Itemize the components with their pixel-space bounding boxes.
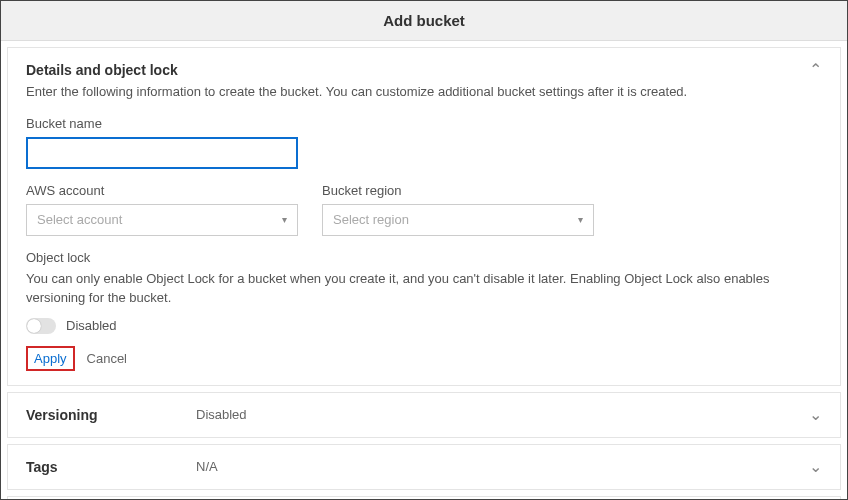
encryption-panel[interactable]: Encryption Disabled ⌄ — [7, 496, 841, 501]
apply-button[interactable]: Apply — [26, 346, 75, 371]
aws-account-label: AWS account — [26, 183, 298, 198]
tags-value: N/A — [196, 459, 809, 474]
versioning-title: Versioning — [26, 407, 196, 423]
object-lock-toggle[interactable] — [26, 318, 56, 334]
aws-account-placeholder: Select account — [37, 212, 122, 227]
bucket-name-input[interactable] — [26, 137, 298, 169]
chevron-down-icon: ⌄ — [809, 459, 822, 475]
aws-account-select[interactable]: Select account ▾ — [26, 204, 298, 236]
bucket-region-placeholder: Select region — [333, 212, 409, 227]
chevron-down-icon: ▾ — [282, 214, 287, 225]
tags-title: Tags — [26, 459, 196, 475]
details-subtitle: Enter the following information to creat… — [26, 82, 687, 102]
tags-panel[interactable]: Tags N/A ⌄ — [7, 444, 841, 490]
object-lock-title: Object lock — [26, 250, 822, 265]
chevron-up-icon[interactable]: ⌃ — [809, 62, 822, 78]
dialog-title: Add bucket — [383, 12, 465, 29]
details-panel: Details and object lock Enter the follow… — [7, 47, 841, 386]
toggle-knob — [27, 319, 41, 333]
versioning-panel[interactable]: Versioning Disabled ⌄ — [7, 392, 841, 438]
bucket-region-label: Bucket region — [322, 183, 594, 198]
object-lock-description: You can only enable Object Lock for a bu… — [26, 269, 822, 308]
cancel-button[interactable]: Cancel — [87, 351, 127, 366]
dialog-header: Add bucket — [1, 1, 847, 41]
chevron-down-icon: ⌄ — [809, 407, 822, 423]
bucket-region-select[interactable]: Select region ▾ — [322, 204, 594, 236]
details-title: Details and object lock — [26, 62, 687, 78]
object-lock-toggle-label: Disabled — [66, 318, 117, 333]
versioning-value: Disabled — [196, 407, 809, 422]
bucket-name-label: Bucket name — [26, 116, 822, 131]
chevron-down-icon: ▾ — [578, 214, 583, 225]
